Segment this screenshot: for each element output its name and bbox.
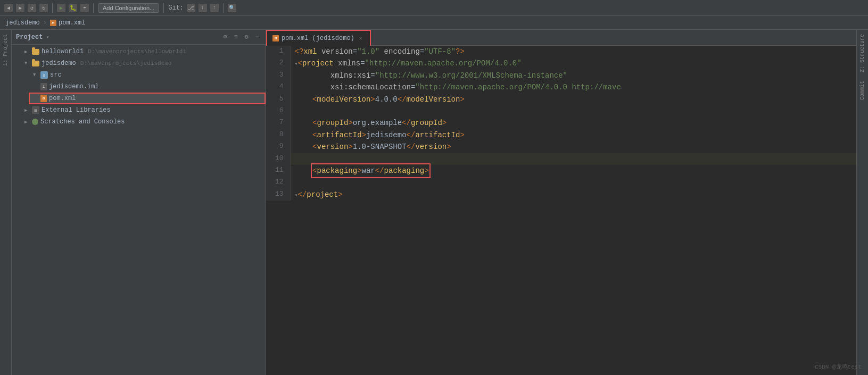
structure-tab-label[interactable]: Z: Structure <box>858 30 867 77</box>
watermark: CSDN @龙鸣test <box>815 363 862 371</box>
line-content-6 <box>290 105 856 117</box>
tree-item-scratches[interactable]: ▶ Scratches and Consoles <box>20 116 266 128</box>
folder-icon-helloworld1 <box>32 49 39 55</box>
main-container: 1: Project Project ▾ ⊕ ≡ ⚙ − ▶ helloworl… <box>0 30 868 375</box>
coverage-icon[interactable]: ☂ <box>80 4 89 12</box>
src-icon: s <box>40 71 48 79</box>
right-side-tabs: Z: Structure Commit <box>856 30 868 375</box>
sep4 <box>223 3 224 13</box>
tab-close-pom[interactable]: ✕ <box>357 35 365 42</box>
line-4: 4 xsi:schemaLocation="http://maven.apach… <box>266 81 856 93</box>
back-icon[interactable]: ◀ <box>4 4 13 12</box>
line-content-1: <?xml version="1.0" encoding="UTF-8"?> <box>290 46 856 57</box>
commit-tab-label[interactable]: Commit <box>858 77 867 104</box>
file-tree: ▶ helloworld1 D:\mavenprojects\helloworl… <box>12 45 266 375</box>
line-content-13: ▾</project> <box>290 189 856 201</box>
label-helloworld1: helloworld1 <box>42 48 84 55</box>
breadcrumb-maven-icon: m <box>50 20 56 26</box>
tree-item-jedisdemo[interactable]: ▼ jedisdemo D:\mavenprojects\jedisdemo <box>20 57 266 69</box>
code-table: 1 <?xml version="1.0" encoding="UTF-8"?>… <box>266 46 856 201</box>
line-num-5: 5 <box>266 94 290 105</box>
undo-icon[interactable]: ↺ <box>28 4 36 12</box>
project-tab-label[interactable]: 1: Project <box>1 30 10 70</box>
line-content-5: <modelVersion>4.0.0</modelVersion> <box>290 94 856 105</box>
tree-item-src[interactable]: ▼ s src <box>29 69 266 81</box>
line-9: 9 <version>1.0-SNAPSHOT</version> <box>266 141 856 153</box>
side-panel-header: Project ▾ ⊕ ≡ ⚙ − <box>12 30 266 45</box>
arrow-src: ▼ <box>33 72 38 78</box>
side-panel-title: Project <box>16 34 43 41</box>
line-num-8: 8 <box>266 129 290 141</box>
side-panel: Project ▾ ⊕ ≡ ⚙ − ▶ helloworld1 D:\maven… <box>12 30 266 375</box>
breadcrumb-sep1: › <box>43 19 47 27</box>
sep1 <box>52 3 53 13</box>
collapse-all-icon[interactable]: ≡ <box>232 33 240 41</box>
line-num-10: 10 <box>266 153 290 165</box>
editor-content[interactable]: 1 <?xml version="1.0" encoding="UTF-8"?>… <box>266 46 856 375</box>
arrow-scratches: ▶ <box>24 119 30 125</box>
line-num-7: 7 <box>266 117 290 129</box>
scratch-icon <box>32 119 38 125</box>
settings-icon[interactable]: ⚙ <box>242 33 251 41</box>
line-num-11: 11 <box>266 165 290 177</box>
tab-maven-icon: m <box>272 35 279 41</box>
line-content-3: xmlns:xsi="http://www.w3.org/2001/XMLSch… <box>290 70 856 81</box>
git-pull-icon[interactable]: ↓ <box>199 4 207 12</box>
tree-item-pom-xml[interactable]: ▶ m pom.xml <box>29 93 266 104</box>
git-branch-icon[interactable]: ⎇ <box>187 4 195 12</box>
line-content-4: xsi:schemaLocation="http://maven.apache.… <box>290 81 856 93</box>
line-7: 7 <groupId>org.example</groupId> <box>266 117 856 129</box>
debug-icon[interactable]: 🐛 <box>69 4 77 12</box>
xml-icon-pom: m <box>40 95 47 102</box>
left-side-tabs: 1: Project <box>0 30 12 375</box>
redo-icon[interactable]: ↻ <box>39 4 48 12</box>
project-dropdown-icon[interactable]: ▾ <box>46 34 49 40</box>
sep2 <box>93 3 94 13</box>
line-12: 12 <box>266 177 856 188</box>
editor-panel: m pom.xml (jedisdemo) ✕ 1 <?xml version=… <box>266 30 856 375</box>
ext-libs-icon: ▦ <box>32 106 39 114</box>
packaging-highlight-box: <packaging>war</packaging> <box>312 165 429 177</box>
line-num-3: 3 <box>266 70 290 81</box>
line-content-2: ▾<project xmlns="http://maven.apache.org… <box>290 57 856 69</box>
toolbar: ◀ ▶ ↺ ↻ ▶ 🐛 ☂ Add Configuration... Git: … <box>0 0 868 16</box>
iml-icon: i <box>40 83 47 90</box>
line-num-2: 2 <box>266 57 290 69</box>
label-src: src <box>50 71 62 79</box>
line-content-10 <box>290 153 856 165</box>
run-icon[interactable]: ▶ <box>57 4 65 12</box>
tab-pom-label: pom.xml (jedisdemo) <box>282 35 354 42</box>
line-6: 6 <box>266 105 856 117</box>
path-helloworld1: D:\mavenprojects\helloworld1 <box>88 48 186 55</box>
folder-icon-jedisdemo <box>32 61 39 66</box>
line-content-12 <box>290 177 856 188</box>
breadcrumb: jedisdemo › m pom.xml <box>0 16 868 30</box>
search-icon[interactable]: 🔍 <box>228 4 236 12</box>
line-num-4: 4 <box>266 81 290 93</box>
forward-icon[interactable]: ▶ <box>16 4 24 12</box>
breadcrumb-file[interactable]: pom.xml <box>59 19 85 27</box>
breadcrumb-project[interactable]: jedisdemo <box>5 19 40 27</box>
close-panel-icon[interactable]: − <box>253 33 261 41</box>
tree-item-helloworld1[interactable]: ▶ helloworld1 D:\mavenprojects\helloworl… <box>20 46 266 57</box>
line-1: 1 <?xml version="1.0" encoding="UTF-8"?> <box>266 46 856 57</box>
git-push-icon[interactable]: ↑ <box>210 4 219 12</box>
tab-pom-xml[interactable]: m pom.xml (jedisdemo) ✕ <box>266 30 371 46</box>
line-10: 10 <box>266 153 856 165</box>
add-configuration-button[interactable]: Add Configuration... <box>98 3 159 13</box>
side-panel-actions: ⊕ ≡ ⚙ − <box>221 33 261 41</box>
path-jedisdemo: D:\mavenprojects\jedisdemo <box>80 60 172 66</box>
line-content-8: <artifactId>jedisdemo</artifactId> <box>290 129 856 141</box>
tree-item-external-libs[interactable]: ▶ ▦ External Libraries <box>20 104 266 116</box>
tree-item-jedisdemo-iml[interactable]: ▶ i jedisdemo.iml <box>29 81 266 93</box>
editor-tabs: m pom.xml (jedisdemo) ✕ <box>266 30 856 46</box>
locate-icon[interactable]: ⊕ <box>221 33 229 41</box>
arrow-ext-libs: ▶ <box>24 107 30 113</box>
label-jedisdemo-iml: jedisdemo.iml <box>49 83 99 90</box>
line-5: 5 <modelVersion>4.0.0</modelVersion> <box>266 94 856 105</box>
line-num-12: 12 <box>266 177 290 188</box>
label-jedisdemo: jedisdemo <box>42 60 76 67</box>
line-13: 13 ▾</project> <box>266 189 856 201</box>
line-content-9: <version>1.0-SNAPSHOT</version> <box>290 141 856 153</box>
git-label: Git: <box>168 4 184 12</box>
